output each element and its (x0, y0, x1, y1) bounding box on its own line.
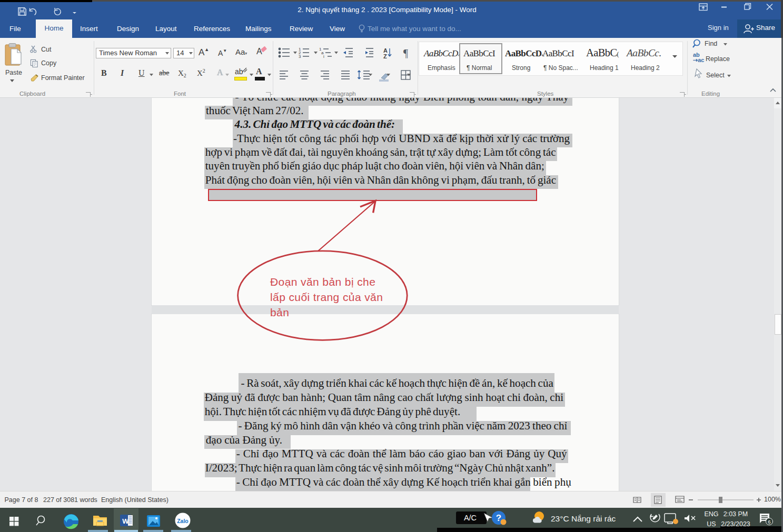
svg-text:Z: Z (383, 53, 387, 59)
svg-text:i: i (323, 54, 324, 59)
svg-text:3: 3 (299, 54, 301, 59)
svg-text:6: 6 (768, 519, 770, 525)
svg-text:¶: ¶ (403, 47, 408, 59)
svg-text:Zalo: Zalo (177, 518, 189, 524)
svg-text:A/C: A/C (464, 514, 477, 522)
